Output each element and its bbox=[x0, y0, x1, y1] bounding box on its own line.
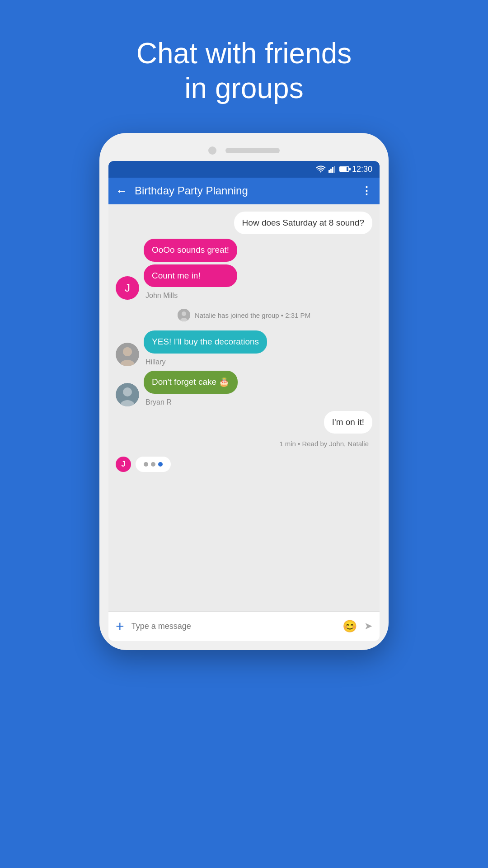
message-sender: Hillary bbox=[145, 358, 267, 366]
message-row: J OoOo sounds great! Count me in! John M… bbox=[116, 239, 372, 300]
status-icons: 12:30 bbox=[316, 165, 372, 174]
avatar bbox=[116, 343, 139, 366]
phone-camera bbox=[208, 146, 216, 155]
message-input[interactable] bbox=[131, 622, 335, 631]
system-message: Natalie has joined the group • 2:31 PM bbox=[116, 304, 372, 326]
message-bubble: OoOo sounds great! bbox=[144, 239, 237, 262]
phone-top bbox=[108, 146, 380, 155]
phone-speaker bbox=[225, 148, 280, 153]
wifi-icon bbox=[316, 165, 326, 173]
svg-point-10 bbox=[123, 347, 132, 356]
back-button[interactable]: ← bbox=[116, 184, 127, 198]
hero-line1: Chat with friends bbox=[136, 37, 352, 70]
message-bubble: YES! I'll buy the decorations bbox=[144, 330, 267, 354]
message-group: Don't forget cake 🎂 Bryan R bbox=[144, 371, 238, 406]
typing-dot bbox=[151, 462, 155, 467]
message-row: I'm on it! bbox=[116, 411, 372, 434]
svg-point-13 bbox=[123, 387, 132, 396]
system-message-text: Natalie has joined the group • 2:31 PM bbox=[195, 311, 310, 319]
message-row: How does Saturday at 8 sound? bbox=[116, 212, 372, 235]
avatar: J bbox=[116, 276, 139, 300]
typing-indicator: J bbox=[116, 452, 372, 476]
phone-screen: 12:30 ← Birthday Party Planning ⋮ How do… bbox=[108, 161, 380, 641]
message-row: Don't forget cake 🎂 Bryan R bbox=[116, 371, 372, 406]
typing-dot bbox=[158, 462, 163, 467]
message-group: OoOo sounds great! Count me in! John Mil… bbox=[144, 239, 237, 300]
message-group: YES! I'll buy the decorations Hillary bbox=[144, 330, 267, 366]
status-time: 12:30 bbox=[352, 165, 372, 174]
svg-rect-3 bbox=[334, 166, 335, 173]
message-bubble: Don't forget cake 🎂 bbox=[144, 371, 238, 394]
svg-rect-2 bbox=[332, 167, 333, 173]
battery-icon bbox=[339, 166, 349, 172]
system-avatar bbox=[178, 309, 190, 321]
add-attachment-button[interactable]: + bbox=[116, 618, 124, 635]
typing-avatar: J bbox=[116, 457, 131, 472]
message-sender: John Mills bbox=[145, 292, 237, 300]
app-bar-title: Birthday Party Planning bbox=[135, 184, 354, 197]
input-bar: + 😊 ➤ bbox=[108, 611, 380, 641]
signal-icon bbox=[328, 165, 337, 173]
message-status: 1 min • Read by John, Natalie bbox=[116, 440, 372, 448]
message-bubble: How does Saturday at 8 sound? bbox=[234, 212, 372, 235]
message-bubble: Count me in! bbox=[144, 264, 237, 288]
chat-area: How does Saturday at 8 sound? J OoOo sou… bbox=[108, 204, 380, 611]
message-sender: Bryan R bbox=[145, 398, 238, 406]
avatar bbox=[116, 383, 139, 406]
hero-title: Chat with friends in groups bbox=[136, 36, 352, 106]
status-bar: 12:30 bbox=[108, 161, 380, 178]
typing-dots bbox=[136, 457, 171, 472]
emoji-button[interactable]: 😊 bbox=[343, 619, 357, 633]
svg-rect-1 bbox=[330, 169, 332, 173]
message-row: YES! I'll buy the decorations Hillary bbox=[116, 330, 372, 366]
phone-device: 12:30 ← Birthday Party Planning ⋮ How do… bbox=[99, 133, 389, 650]
svg-rect-0 bbox=[328, 170, 330, 173]
typing-dot bbox=[144, 462, 148, 467]
more-button[interactable]: ⋮ bbox=[361, 184, 372, 197]
svg-point-5 bbox=[182, 311, 186, 316]
send-button[interactable]: ➤ bbox=[364, 620, 372, 632]
message-bubble: I'm on it! bbox=[324, 411, 372, 434]
app-bar: ← Birthday Party Planning ⋮ bbox=[108, 178, 380, 204]
hero-line2: in groups bbox=[184, 72, 303, 104]
